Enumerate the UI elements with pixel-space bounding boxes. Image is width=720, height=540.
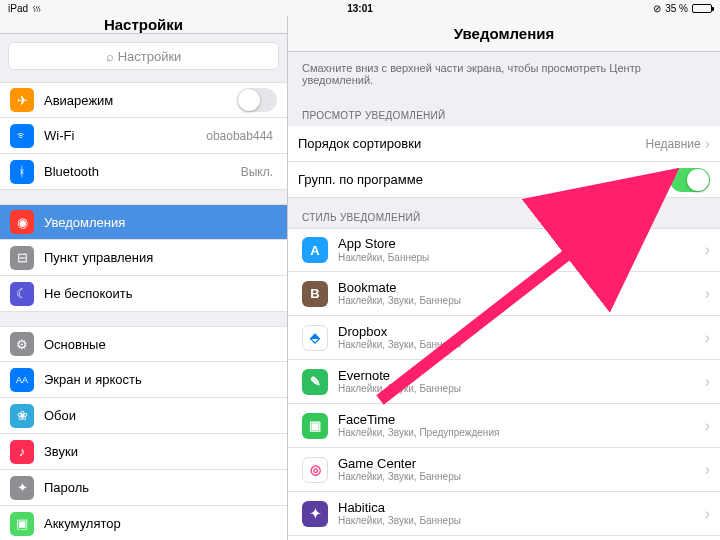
chevron-right-icon: › bbox=[705, 285, 710, 303]
sidebar-item-label: Wi-Fi bbox=[44, 128, 206, 143]
sidebar-item-label: Основные bbox=[44, 337, 277, 352]
app-name: Bookmate bbox=[338, 280, 705, 296]
chevron-right-icon: › bbox=[705, 417, 710, 435]
sidebar-item-label: Пароль bbox=[44, 480, 277, 495]
app-name: Habitica bbox=[338, 500, 705, 516]
sidebar-item-не-беспокоить[interactable]: ☾Не беспокоить bbox=[0, 276, 287, 312]
app-row-bookmate[interactable]: BBookmateНаклейки, Звуки, Баннеры› bbox=[288, 272, 720, 316]
app-row-dropbox[interactable]: ⬘DropboxНаклейки, Звуки, Баннеры› bbox=[288, 316, 720, 360]
status-bar: iPad ᯾ 13:01 ⊘ 35 % bbox=[0, 0, 720, 16]
sidebar-item-detail: Выкл. bbox=[241, 165, 273, 179]
app-name: FaceTime bbox=[338, 412, 705, 428]
status-time: 13:01 bbox=[347, 3, 373, 14]
app-subtitle: Наклейки, Звуки, Баннеры bbox=[338, 295, 705, 307]
app-subtitle: Наклейки, Баннеры bbox=[338, 252, 705, 264]
app-icon: ◎ bbox=[302, 457, 328, 483]
chevron-right-icon: › bbox=[705, 461, 710, 479]
detail-title: Уведомления bbox=[288, 16, 720, 52]
sidebar-item-основные[interactable]: ⚙Основные bbox=[0, 326, 287, 362]
app-icon: ✦ bbox=[302, 501, 328, 527]
app-icon: A bbox=[302, 237, 328, 263]
detail-pane: Уведомления Смахните вниз с верхней част… bbox=[288, 16, 720, 540]
chevron-right-icon: › bbox=[705, 241, 710, 259]
settings-sidebar: Настройки ⌕ Настройки ✈︎АвиарежимᯤWi-Fio… bbox=[0, 16, 288, 540]
sidebar-item-bluetooth[interactable]: ᚼBluetoothВыкл. bbox=[0, 154, 287, 190]
sidebar-icon: ♪ bbox=[10, 440, 34, 464]
sort-label: Порядок сортировки bbox=[298, 136, 646, 151]
app-name: Evernote bbox=[338, 368, 705, 384]
sidebar-item-пароль[interactable]: ✦Пароль bbox=[0, 470, 287, 506]
sidebar-item-wi-fi[interactable]: ᯤWi-Fiobaobab444 bbox=[0, 118, 287, 154]
app-row-facetime[interactable]: ▣FaceTimeНаклейки, Звуки, Предупреждения… bbox=[288, 404, 720, 448]
sidebar-item-label: Экран и яркость bbox=[44, 372, 277, 387]
search-input[interactable]: ⌕ Настройки bbox=[8, 42, 279, 70]
sidebar-title: Настройки bbox=[0, 16, 287, 34]
wifi-icon: ᯾ bbox=[32, 3, 42, 14]
device-label: iPad bbox=[8, 3, 28, 14]
chevron-right-icon: › bbox=[705, 135, 710, 153]
sidebar-icon: ᚼ bbox=[10, 160, 34, 184]
chevron-right-icon: › bbox=[705, 505, 710, 523]
group-label: Групп. по программе bbox=[298, 172, 670, 187]
sidebar-item-звуки[interactable]: ♪Звуки bbox=[0, 434, 287, 470]
section-style-header: СТИЛЬ УВЕДОМЛЕНИЙ bbox=[288, 198, 720, 228]
app-name: Dropbox bbox=[338, 324, 705, 340]
search-placeholder: Настройки bbox=[118, 49, 182, 64]
group-by-app-switch[interactable] bbox=[670, 168, 710, 192]
sidebar-icon: AA bbox=[10, 368, 34, 392]
sidebar-item-авиарежим[interactable]: ✈︎Авиарежим bbox=[0, 82, 287, 118]
app-icon: ✎ bbox=[302, 369, 328, 395]
chevron-right-icon: › bbox=[705, 373, 710, 391]
hint-text: Смахните вниз с верхней части экрана, чт… bbox=[288, 52, 720, 96]
app-name: App Store bbox=[338, 236, 705, 252]
sidebar-icon: ⊟ bbox=[10, 246, 34, 270]
sidebar-item-обои[interactable]: ❀Обои bbox=[0, 398, 287, 434]
sidebar-item-label: Уведомления bbox=[44, 215, 277, 230]
sidebar-icon: ☾ bbox=[10, 282, 34, 306]
sidebar-item-label: Авиарежим bbox=[44, 93, 237, 108]
app-row-evernote[interactable]: ✎EvernoteНаклейки, Звуки, Баннеры› bbox=[288, 360, 720, 404]
sidebar-icon: ▣ bbox=[10, 512, 34, 536]
sidebar-icon: ᯤ bbox=[10, 124, 34, 148]
sidebar-item-label: Обои bbox=[44, 408, 277, 423]
battery-pct: 35 % bbox=[665, 3, 688, 14]
sidebar-item-label: Пункт управления bbox=[44, 250, 277, 265]
app-subtitle: Наклейки, Звуки, Баннеры bbox=[338, 339, 705, 351]
app-icon: B bbox=[302, 281, 328, 307]
app-icon: ⬘ bbox=[302, 325, 328, 351]
app-row-minecraft[interactable]: ▦MinecraftНаклейки, Звуки, Баннеры› bbox=[288, 536, 720, 540]
sort-value: Недавние bbox=[646, 137, 701, 151]
sidebar-item-label: Не беспокоить bbox=[44, 286, 277, 301]
sidebar-item-пункт-управления[interactable]: ⊟Пункт управления bbox=[0, 240, 287, 276]
sidebar-icon: ✈︎ bbox=[10, 88, 34, 112]
app-row-habitica[interactable]: ✦HabiticaНаклейки, Звуки, Баннеры› bbox=[288, 492, 720, 536]
app-subtitle: Наклейки, Звуки, Баннеры bbox=[338, 383, 705, 395]
app-name: Game Center bbox=[338, 456, 705, 472]
sidebar-icon: ⚙ bbox=[10, 332, 34, 356]
sidebar-icon: ◉ bbox=[10, 210, 34, 234]
sidebar-item-аккумулятор[interactable]: ▣Аккумулятор bbox=[0, 506, 287, 540]
search-icon: ⌕ bbox=[106, 49, 114, 64]
app-subtitle: Наклейки, Звуки, Баннеры bbox=[338, 515, 705, 527]
sidebar-item-label: Аккумулятор bbox=[44, 516, 277, 531]
sidebar-item-экран-и-яркость[interactable]: AAЭкран и яркость bbox=[0, 362, 287, 398]
sidebar-item-detail: obaobab444 bbox=[206, 129, 273, 143]
app-icon: ▣ bbox=[302, 413, 328, 439]
battery-icon bbox=[692, 4, 712, 13]
chevron-right-icon: › bbox=[705, 329, 710, 347]
app-subtitle: Наклейки, Звуки, Баннеры bbox=[338, 471, 705, 483]
section-view-header: ПРОСМОТР УВЕДОМЛЕНИЙ bbox=[288, 96, 720, 126]
sidebar-item-label: Bluetooth bbox=[44, 164, 241, 179]
app-row-app-store[interactable]: AApp StoreНаклейки, Баннеры› bbox=[288, 228, 720, 272]
sidebar-item-уведомления[interactable]: ◉Уведомления bbox=[0, 204, 287, 240]
group-by-app-row[interactable]: Групп. по программе bbox=[288, 162, 720, 198]
sidebar-icon: ✦ bbox=[10, 476, 34, 500]
rotation-lock-icon: ⊘ bbox=[653, 3, 661, 14]
app-subtitle: Наклейки, Звуки, Предупреждения bbox=[338, 427, 705, 439]
sidebar-icon: ❀ bbox=[10, 404, 34, 428]
sort-order-row[interactable]: Порядок сортировки Недавние › bbox=[288, 126, 720, 162]
sidebar-item-label: Звуки bbox=[44, 444, 277, 459]
app-row-game-center[interactable]: ◎Game CenterНаклейки, Звуки, Баннеры› bbox=[288, 448, 720, 492]
airplane-switch[interactable] bbox=[237, 88, 277, 112]
